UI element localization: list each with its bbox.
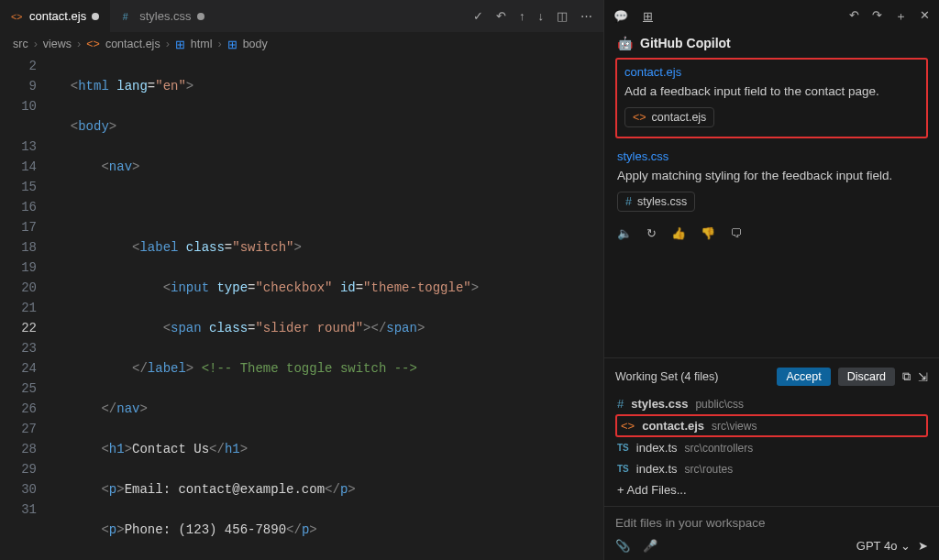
chevron-right-icon: › xyxy=(77,38,81,50)
svg-text:<>: <> xyxy=(11,10,22,21)
chevron-right-icon: › xyxy=(217,38,221,50)
working-set-file[interactable]: TS index.ts src\routes xyxy=(615,458,928,479)
css-file-icon: # xyxy=(617,397,624,411)
speaker-icon[interactable]: 🔈 xyxy=(617,226,632,240)
svg-text:#: # xyxy=(123,10,128,21)
copilot-logo-icon: 🤖 xyxy=(617,36,633,50)
chevron-right-icon: › xyxy=(166,38,170,50)
send-icon[interactable]: ➤ xyxy=(918,539,928,553)
breadcrumb-part[interactable]: views xyxy=(43,38,72,50)
breadcrumb[interactable]: src › views › <> contact.ejs › ⊞ html › … xyxy=(0,32,603,56)
ejs-file-icon: <> xyxy=(11,10,24,23)
split-editor-icon[interactable]: ◫ xyxy=(557,9,568,23)
code-editor[interactable]: 2910131415161718192021222324252627282930… xyxy=(0,56,603,560)
ts-file-icon: TS xyxy=(617,443,629,453)
thumbs-up-icon[interactable]: 👍 xyxy=(671,226,686,240)
line-number-gutter: 2910131415161718192021222324252627282930… xyxy=(0,56,51,560)
code-content[interactable]: <html lang="en"> <body> <nav> <label cla… xyxy=(51,56,603,560)
accept-icon[interactable]: ✓ xyxy=(473,9,483,23)
file-chip[interactable]: <> contact.ejs xyxy=(624,107,714,127)
attach-icon[interactable]: 📎 xyxy=(615,539,630,553)
undo-icon[interactable]: ↶ xyxy=(496,9,506,23)
arrow-up-icon[interactable]: ↑ xyxy=(519,9,525,23)
export-icon[interactable]: ⇲ xyxy=(918,370,928,384)
working-set: Working Set (4 files) Accept Discard ⧉ ⇲… xyxy=(604,357,939,506)
css-file-icon: # xyxy=(625,195,632,208)
editor-pane: <> contact.ejs # styles.css ✓ ↶ ↑ ↓ ◫ ⋯ … xyxy=(0,0,603,560)
ts-file-icon: TS xyxy=(617,464,629,474)
suggestion-block-contact: contact.ejs Add a feedback input field t… xyxy=(615,58,928,138)
copilot-title: 🤖 GitHub Copilot xyxy=(604,32,939,58)
chat-input[interactable]: Edit files in your workspace xyxy=(615,516,928,530)
breadcrumb-part[interactable]: body xyxy=(243,38,268,50)
copilot-body: contact.ejs Add a feedback input field t… xyxy=(604,58,939,357)
working-set-file[interactable]: <> contact.ejs src\views xyxy=(615,414,928,437)
css-file-icon: # xyxy=(121,10,134,23)
comment-icon[interactable]: 🗨 xyxy=(730,226,742,240)
working-set-file[interactable]: TS index.ts src\controllers xyxy=(615,437,928,458)
more-icon[interactable]: ⋯ xyxy=(580,9,592,23)
close-icon[interactable]: ✕ xyxy=(920,8,930,25)
ejs-file-icon: <> xyxy=(633,111,646,124)
symbol-icon: ⊞ xyxy=(175,38,185,51)
tab-styles-css[interactable]: # styles.css xyxy=(110,0,215,32)
thumbs-down-icon[interactable]: 👎 xyxy=(701,226,715,240)
dirty-indicator-icon xyxy=(92,13,99,20)
chevron-right-icon: › xyxy=(34,38,38,50)
suggestion-file-link[interactable]: contact.ejs xyxy=(624,65,919,79)
ejs-file-icon: <> xyxy=(86,38,100,50)
file-chip[interactable]: # styles.css xyxy=(617,192,695,212)
suggestion-file-link[interactable]: styles.css xyxy=(617,149,926,163)
copy-icon[interactable]: ⧉ xyxy=(902,370,911,384)
editor-tabs: <> contact.ejs # styles.css ✓ ↶ ↑ ↓ ◫ ⋯ xyxy=(0,0,603,32)
working-set-file[interactable]: # styles.css public\css xyxy=(615,393,928,414)
new-chat-icon[interactable]: ⊞ xyxy=(643,9,653,23)
breadcrumb-part[interactable]: src xyxy=(13,38,28,50)
tab-label: contact.ejs xyxy=(29,9,86,23)
chat-input-area: Edit files in your workspace 📎 🎤 GPT 4o … xyxy=(604,506,939,560)
plus-icon[interactable]: ＋ xyxy=(895,8,907,25)
symbol-icon: ⊞ xyxy=(227,38,238,51)
suggestion-block-styles: styles.css Apply matching styling for th… xyxy=(615,148,928,217)
copilot-toolbar: 💬 ⊞ ↶ ↷ ＋ ✕ xyxy=(604,0,939,32)
discard-button[interactable]: Discard xyxy=(838,368,895,386)
retry-icon[interactable]: ↻ xyxy=(646,226,657,240)
chevron-down-icon: ⌄ xyxy=(900,539,911,553)
dirty-indicator-icon xyxy=(197,13,204,20)
copilot-panel: 💬 ⊞ ↶ ↷ ＋ ✕ 🤖 GitHub Copilot contact.ejs… xyxy=(603,0,939,560)
suggestion-description: Apply matching styling for the feedback … xyxy=(617,169,926,182)
arrow-down-icon[interactable]: ↓ xyxy=(538,9,545,23)
add-files-button[interactable]: + Add Files... xyxy=(615,479,928,500)
tab-label: styles.css xyxy=(139,9,191,23)
breadcrumb-part[interactable]: contact.ejs xyxy=(105,38,160,50)
redo-icon[interactable]: ↷ xyxy=(872,8,882,25)
response-feedback-bar: 🔈 ↻ 👍 👎 🗨 xyxy=(615,217,928,244)
accept-button[interactable]: Accept xyxy=(777,368,830,386)
chat-icon[interactable]: 💬 xyxy=(613,9,628,23)
editor-toolbar: ✓ ↶ ↑ ↓ ◫ ⋯ xyxy=(462,9,603,23)
suggestion-description: Add a feedback input field to the contac… xyxy=(624,84,919,98)
model-selector[interactable]: GPT 4o ⌄ xyxy=(856,539,911,553)
ejs-file-icon: <> xyxy=(621,419,635,433)
microphone-icon[interactable]: 🎤 xyxy=(643,539,657,553)
breadcrumb-part[interactable]: html xyxy=(191,38,213,50)
tab-contact-ejs[interactable]: <> contact.ejs xyxy=(0,0,110,32)
working-set-header: Working Set (4 files) Accept Discard ⧉ ⇲ xyxy=(615,368,928,386)
undo-icon[interactable]: ↶ xyxy=(849,8,859,25)
